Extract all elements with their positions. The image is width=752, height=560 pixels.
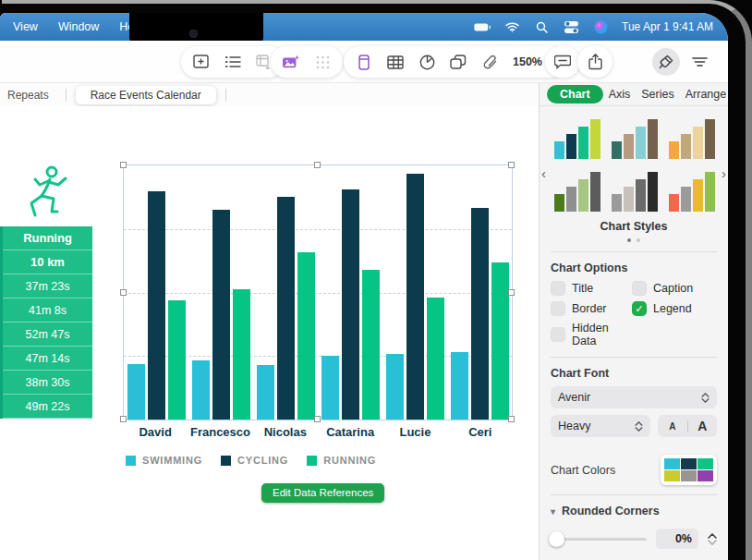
chart-colors-swatch[interactable] bbox=[661, 455, 717, 485]
toolbar-group-objects: 150% bbox=[344, 46, 566, 78]
selection-handle[interactable] bbox=[508, 162, 515, 168]
wifi-icon[interactable] bbox=[503, 18, 520, 35]
checkbox-hidden-data[interactable]: Hidden Data bbox=[551, 322, 632, 347]
carousel-page-dots[interactable] bbox=[554, 238, 713, 242]
siri-icon[interactable] bbox=[592, 18, 609, 35]
rounded-corners-slider[interactable] bbox=[551, 538, 647, 541]
camera-icon bbox=[189, 30, 198, 38]
divider bbox=[551, 494, 717, 495]
column-icon[interactable] bbox=[356, 54, 372, 70]
table-header-cell[interactable]: 10 km bbox=[3, 250, 92, 274]
chart-font-title: Chart Font bbox=[551, 367, 717, 380]
control-center-icon[interactable] bbox=[563, 18, 579, 35]
table-cell[interactable]: 41m 8s bbox=[3, 298, 92, 323]
bar-cycling bbox=[277, 197, 295, 420]
font-family-value: Avenir bbox=[558, 391, 590, 404]
carousel-prev-icon[interactable]: ‹ bbox=[541, 165, 546, 181]
device-frame: View Window Help bbox=[0, 0, 752, 560]
bar-running bbox=[362, 270, 380, 420]
tab-arrange[interactable]: Arrange bbox=[680, 86, 728, 103]
doc-tab-race-events-calendar[interactable]: Race Events Calendar bbox=[76, 86, 216, 104]
bar-cycling bbox=[342, 189, 359, 420]
share-button[interactable] bbox=[577, 46, 613, 78]
table-cell[interactable]: 52m 47s bbox=[3, 323, 92, 347]
table-cell[interactable]: 38m 30s bbox=[3, 371, 92, 395]
chart-styles-carousel: ‹ › Chart Styles bbox=[540, 106, 728, 242]
category-label: Ceri bbox=[448, 425, 513, 439]
inspector-tabs: Chart Axis Series Arrange bbox=[540, 83, 728, 106]
selection-handle[interactable] bbox=[314, 162, 321, 168]
chart-style-thumbnail-6[interactable] bbox=[669, 168, 715, 212]
table-icon[interactable] bbox=[387, 54, 404, 70]
chart-style-thumbnail-2[interactable] bbox=[612, 116, 658, 159]
table-cell[interactable]: 37m 23s bbox=[3, 274, 92, 298]
table-cell[interactable]: 47m 14s bbox=[3, 347, 92, 371]
bar-chart[interactable] bbox=[123, 164, 513, 420]
attach-icon[interactable] bbox=[481, 54, 498, 70]
format-brush-button[interactable] bbox=[652, 48, 680, 76]
table-header-cell[interactable]: Running bbox=[3, 226, 92, 250]
chart-style-thumbnail-1[interactable] bbox=[554, 116, 600, 159]
font-smaller-button[interactable]: A bbox=[658, 421, 687, 432]
rounded-corners-value[interactable]: 0% bbox=[656, 529, 698, 549]
legend-item[interactable]: RUNNING bbox=[307, 455, 376, 466]
slider-knob[interactable] bbox=[549, 531, 564, 547]
carousel-next-icon[interactable]: › bbox=[722, 165, 726, 181]
checkbox-icon bbox=[551, 281, 565, 296]
updown-chevrons-icon bbox=[701, 393, 710, 403]
tab-axis[interactable]: Axis bbox=[603, 86, 637, 103]
selection-handle[interactable] bbox=[314, 416, 321, 422]
tab-chart[interactable]: Chart bbox=[547, 85, 603, 103]
shapes-icon[interactable] bbox=[450, 54, 467, 70]
color-cell bbox=[697, 458, 713, 469]
checkbox-icon bbox=[551, 301, 565, 316]
page-dot[interactable] bbox=[637, 238, 640, 242]
thumb-bar bbox=[624, 134, 634, 159]
checkbox-label: Border bbox=[572, 302, 607, 315]
running-times-table[interactable]: Running10 km37m 23s41m 8s52m 47s47m 14s3… bbox=[0, 226, 92, 419]
list-icon[interactable] bbox=[224, 54, 241, 70]
media-icon[interactable] bbox=[283, 54, 299, 70]
table-cell[interactable]: 49m 22s bbox=[3, 395, 92, 419]
menu-clock[interactable]: Tue Apr 1 9:41 AM bbox=[622, 20, 713, 33]
insert-textbox-icon[interactable] bbox=[193, 54, 210, 70]
checkbox-caption[interactable]: Caption bbox=[632, 281, 717, 296]
selection-handle[interactable] bbox=[120, 289, 127, 296]
legend-item[interactable]: CYCLING bbox=[221, 455, 288, 466]
checkbox-title[interactable]: Title bbox=[551, 281, 632, 296]
selection-handle[interactable] bbox=[120, 416, 127, 422]
comment-button[interactable] bbox=[545, 46, 580, 78]
tab-series[interactable]: Series bbox=[636, 86, 679, 103]
bar-running bbox=[233, 289, 250, 420]
value-stepper[interactable] bbox=[708, 533, 717, 545]
search-icon[interactable] bbox=[533, 18, 550, 35]
font-weight-select[interactable]: Heavy bbox=[551, 415, 650, 437]
bar-cycling bbox=[471, 208, 489, 420]
font-weight-value: Heavy bbox=[558, 420, 590, 432]
edit-data-references-button[interactable]: Edit Data References bbox=[261, 483, 384, 503]
doc-tab-repeats[interactable]: Repeats bbox=[0, 89, 56, 102]
grid-icon[interactable] bbox=[314, 54, 331, 70]
selection-handle[interactable] bbox=[508, 289, 515, 296]
legend-item[interactable]: SWIMMING bbox=[126, 455, 202, 466]
selection-handle[interactable] bbox=[508, 416, 515, 422]
thumb-bar bbox=[590, 172, 600, 212]
selection-handle[interactable] bbox=[120, 162, 127, 168]
checkbox-border[interactable]: Border bbox=[551, 301, 632, 316]
color-cell bbox=[664, 470, 680, 481]
bar-swimming bbox=[451, 352, 468, 420]
menu-view[interactable]: View bbox=[13, 20, 38, 33]
chart-style-thumbnail-4[interactable] bbox=[554, 168, 600, 212]
view-options-button[interactable] bbox=[685, 48, 713, 76]
menu-window[interactable]: Window bbox=[58, 20, 99, 33]
chart-icon[interactable] bbox=[418, 54, 435, 70]
rounded-corners-label: Rounded Corners bbox=[562, 505, 660, 517]
bar-cycling bbox=[148, 191, 165, 420]
chart-style-thumbnail-3[interactable] bbox=[669, 116, 715, 159]
chart-style-thumbnail-5[interactable] bbox=[612, 168, 658, 212]
page-dot-active[interactable] bbox=[627, 238, 631, 242]
font-larger-button[interactable]: A bbox=[688, 419, 718, 433]
font-family-select[interactable]: Avenir bbox=[551, 386, 717, 408]
rounded-corners-header[interactable]: ▾ Rounded Corners bbox=[551, 505, 717, 517]
checkbox-legend[interactable]: ✓Legend bbox=[632, 301, 717, 316]
